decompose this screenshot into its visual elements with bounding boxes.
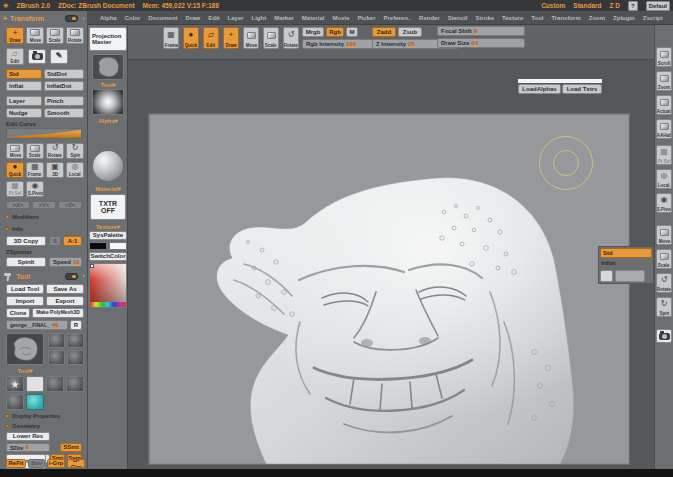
tool-thumbnail[interactable]: [67, 350, 84, 365]
edit-button[interactable]: ▱ Edit: [6, 48, 24, 65]
grid-rotate-button[interactable]: ↺ Rotate: [46, 143, 64, 159]
menu-item-alpha[interactable]: Alpha: [100, 15, 117, 21]
a1-button[interactable]: A:1: [63, 236, 82, 246]
tool-thumbnail[interactable]: [66, 376, 84, 392]
grid-move-button[interactable]: Move: [6, 143, 24, 159]
menu-item-zscript[interactable]: Zscript: [643, 15, 663, 21]
transform-palette-header[interactable]: + Transform ◔: [3, 14, 85, 23]
draw-size-slider[interactable]: Draw Size 64: [437, 38, 525, 48]
zadd-button[interactable]: Zadd: [372, 27, 396, 37]
import-button[interactable]: Import: [6, 296, 44, 306]
tool-thumbnail-star[interactable]: ★: [6, 376, 24, 392]
rotate-mode-button[interactable]: ↺ Rotate: [283, 27, 299, 49]
tool-thumbnail-plane[interactable]: [26, 376, 44, 392]
grid-ptsel-button[interactable]: ▦ Pt Sel: [6, 181, 24, 197]
popup-slot-button[interactable]: [600, 270, 613, 282]
move-button[interactable]: Move: [26, 27, 44, 44]
zd-config-button[interactable]: Z D: [610, 2, 620, 9]
popup-inflat-button[interactable]: Inflat: [601, 260, 653, 269]
transform-cycle-icon[interactable]: ◔: [81, 16, 85, 22]
sidebar-rotate-button[interactable]: ↺ Rotate: [656, 273, 672, 293]
custom-config-button[interactable]: Custom: [541, 2, 565, 9]
m-button[interactable]: M: [346, 27, 358, 37]
projection-master-button[interactable]: Projection Master: [89, 27, 127, 51]
main-color-swatch[interactable]: [89, 242, 107, 250]
current-alpha-preview[interactable]: [92, 89, 124, 115]
grid-spin-button[interactable]: ↻ Spin: [66, 143, 84, 159]
tool-palette-header[interactable]: Tool ◔: [3, 271, 85, 281]
sidebar-spin-button[interactable]: ↻ Spin: [656, 297, 672, 317]
menu-item-transform[interactable]: Transform: [551, 15, 580, 21]
menu-item-zoom[interactable]: Zoom: [589, 15, 605, 21]
mirror-x-button[interactable]: >X<: [6, 201, 30, 209]
tool-name-field[interactable]: george__FINAL_ 49: [6, 320, 68, 330]
current-material-preview[interactable]: [93, 151, 123, 181]
zbrush-document[interactable]: [148, 113, 630, 465]
load-txtrs-button[interactable]: Load Txtrs: [562, 84, 602, 94]
sidebar-scale-button[interactable]: Scale: [656, 249, 672, 269]
menu-item-movie[interactable]: Movie: [332, 15, 349, 21]
draw-pointer-button[interactable]: + Draw: [6, 27, 24, 44]
quick-button[interactable]: ● Quick: [183, 27, 199, 49]
frame-button[interactable]: ▦ Frame: [163, 27, 179, 49]
aahalf-button[interactable]: AAHalf: [656, 119, 672, 139]
brush-pinch-button[interactable]: Pinch: [44, 96, 84, 106]
menu-item-stencil[interactable]: Stencil: [448, 15, 468, 21]
brush-layer-button[interactable]: Layer: [6, 96, 42, 106]
current-tool-thumbnail[interactable]: [6, 333, 44, 365]
move-mode-button[interactable]: Move: [243, 27, 259, 49]
spinit-button[interactable]: SpinIt: [6, 257, 46, 267]
refit-button[interactable]: ReFit: [6, 459, 26, 468]
speed-slider[interactable]: Speed 10: [49, 257, 82, 267]
geometry-section[interactable]: Geometry: [5, 423, 40, 429]
display-properties-section[interactable]: Display Properties: [5, 413, 60, 419]
zsub-button[interactable]: Zsub: [398, 27, 422, 37]
tool-popup-label[interactable]: Tool▾: [6, 367, 44, 374]
sidebar-move-button[interactable]: Move: [656, 225, 672, 245]
grid-quick-button[interactable]: ● Quick: [6, 162, 24, 178]
menu-item-zplugin[interactable]: Zplugin: [613, 15, 635, 21]
mirror-y-button[interactable]: >Y<: [32, 201, 56, 209]
info-section[interactable]: Info: [5, 226, 23, 232]
hue-strip[interactable]: [90, 302, 126, 307]
help-button[interactable]: ?: [628, 1, 638, 11]
menu-item-draw[interactable]: Draw: [186, 15, 201, 21]
grid-scale-button[interactable]: Scale: [26, 143, 44, 159]
tool-thumbnail-polymesh-active[interactable]: [26, 394, 44, 410]
grid-local-button[interactable]: ◎ Local: [66, 162, 84, 178]
tool-cycle-icon[interactable]: ◔: [81, 273, 85, 279]
tool-thumbnail[interactable]: [48, 350, 65, 365]
canvas-area[interactable]: LoadAlphas Load Txtrs: [128, 60, 655, 470]
zoom-button[interactable]: Zoom: [656, 71, 672, 91]
focal-shift-slider[interactable]: Focal Shift 8: [437, 26, 525, 36]
clone-button[interactable]: Clone: [6, 308, 30, 318]
grid-3d-button[interactable]: ▣ 3D: [46, 162, 64, 178]
brush-inflat-button[interactable]: Inflat: [6, 81, 42, 91]
ogrp-button[interactable]: O-Grp: [67, 459, 85, 468]
menu-item-document[interactable]: Document: [148, 15, 177, 21]
tool-palette-toggle[interactable]: [65, 273, 78, 280]
menu-item-material[interactable]: Material: [302, 15, 325, 21]
load-tool-button[interactable]: Load Tool: [6, 284, 44, 294]
snapshot-camera-button[interactable]: [28, 49, 46, 64]
marker-button[interactable]: ✎: [50, 49, 68, 64]
export-button[interactable]: Export: [46, 296, 84, 306]
rotate-button[interactable]: Rotate: [66, 27, 84, 44]
tool-picker-label[interactable]: Tool▾: [88, 81, 128, 88]
s-button[interactable]: S: [49, 236, 61, 246]
menu-item-edit[interactable]: Edit: [208, 15, 219, 21]
modifiers-section[interactable]: Modifiers: [5, 214, 39, 220]
edit-curve-widget[interactable]: [6, 128, 82, 139]
alpha-picker-label[interactable]: Alpha▾: [88, 117, 128, 124]
secondary-color-swatch[interactable]: [109, 242, 127, 250]
default-preset-button[interactable]: Defaul: [646, 1, 670, 11]
tool-thumbnail[interactable]: [48, 333, 65, 348]
switchcolor-button[interactable]: SwitchColor: [89, 252, 127, 261]
menu-item-stroke[interactable]: Stroke: [475, 15, 494, 21]
menu-item-color[interactable]: Color: [125, 15, 141, 21]
syspalette-button[interactable]: SysPalette: [89, 231, 127, 240]
brush-nudge-button[interactable]: Nudge: [6, 108, 42, 118]
brush-smooth-button[interactable]: Smooth: [44, 108, 84, 118]
actual-size-button[interactable]: Actual: [656, 95, 672, 115]
mirror-z-button[interactable]: >Z<: [58, 201, 82, 209]
